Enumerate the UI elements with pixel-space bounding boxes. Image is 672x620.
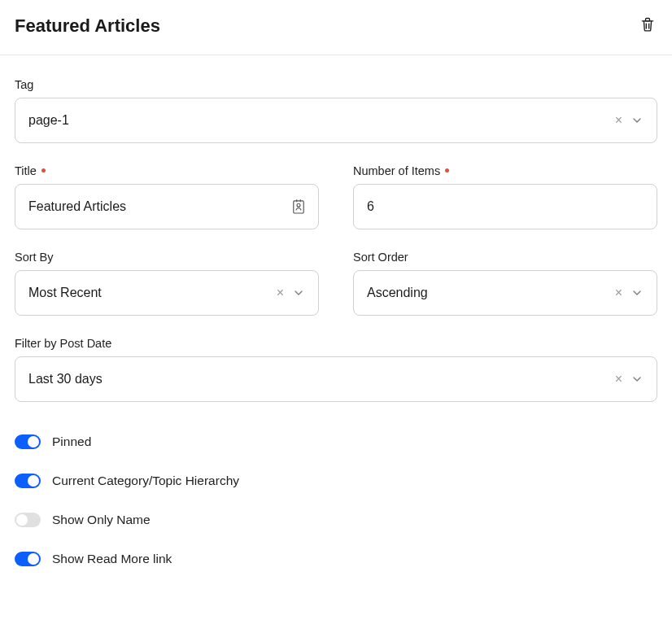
toggle-group: Pinned Current Category/Topic Hierarchy … [15, 428, 657, 566]
contact-card-icon[interactable] [292, 199, 305, 215]
field-label-tag: Tag [15, 78, 657, 91]
svg-point-1 [297, 203, 300, 207]
field-label-sort-by: Sort By [15, 251, 319, 264]
number-of-items-input[interactable] [367, 199, 644, 214]
show-only-name-toggle-label: Show Only Name [52, 513, 151, 527]
field-number-of-items: Number of Items [353, 164, 657, 229]
sort-order-select[interactable]: Ascending × [353, 270, 657, 316]
select-actions: × [615, 114, 644, 127]
select-actions: × [615, 373, 644, 386]
toggle-row-read-more: Show Read More link [15, 552, 657, 566]
select-actions: × [277, 286, 305, 299]
toggle-knob [28, 475, 39, 487]
clear-icon[interactable]: × [277, 286, 284, 299]
toggle-row-hierarchy: Current Category/Topic Hierarchy [15, 474, 657, 488]
filter-by-post-date-select-value: Last 30 days [28, 372, 615, 386]
chevron-down-icon[interactable] [631, 114, 644, 127]
tag-select[interactable]: page-1 × [15, 98, 657, 143]
show-only-name-toggle[interactable] [15, 513, 41, 527]
title-input[interactable] [28, 199, 292, 214]
toggle-row-pinned: Pinned [15, 434, 657, 449]
panel-header: Featured Articles [0, 0, 672, 55]
title-input-wrapper [15, 184, 319, 229]
field-sort-order: Sort Order Ascending × [353, 251, 657, 316]
field-label-sort-order: Sort Order [353, 251, 657, 264]
read-more-toggle-label: Show Read More link [52, 552, 172, 566]
field-sort-by: Sort By Most Recent × [15, 251, 319, 316]
sort-by-select-value: Most Recent [28, 286, 277, 300]
field-title: Title [15, 164, 319, 229]
chevron-down-icon[interactable] [631, 373, 644, 386]
tag-select-value: page-1 [28, 113, 615, 128]
toggle-knob [28, 553, 39, 565]
chevron-down-icon[interactable] [292, 286, 305, 299]
toggle-row-show-only-name: Show Only Name [15, 513, 657, 527]
clear-icon[interactable]: × [615, 373, 622, 386]
delete-button[interactable] [638, 15, 657, 37]
form-body: Tag page-1 × Title [0, 55, 672, 566]
field-tag: Tag page-1 × [15, 78, 657, 143]
field-label-title: Title [15, 164, 319, 177]
clear-icon[interactable]: × [615, 114, 622, 127]
field-filter-by-post-date: Filter by Post Date Last 30 days × [15, 337, 657, 402]
required-indicator [445, 168, 449, 172]
hierarchy-toggle[interactable] [15, 474, 41, 488]
required-indicator [41, 168, 46, 172]
toggle-knob [16, 514, 28, 526]
trash-icon [639, 16, 656, 35]
field-label-number-of-items: Number of Items [353, 164, 657, 177]
select-actions: × [615, 286, 644, 299]
pinned-toggle[interactable] [15, 434, 41, 449]
hierarchy-toggle-label: Current Category/Topic Hierarchy [52, 474, 239, 488]
sort-order-select-value: Ascending [367, 286, 615, 300]
clear-icon[interactable]: × [615, 286, 622, 299]
page-title: Featured Articles [15, 15, 160, 37]
field-label-filter-by-post-date: Filter by Post Date [15, 337, 657, 350]
read-more-toggle[interactable] [15, 552, 41, 566]
sort-by-select[interactable]: Most Recent × [15, 270, 319, 316]
chevron-down-icon[interactable] [631, 286, 644, 299]
filter-by-post-date-select[interactable]: Last 30 days × [15, 356, 657, 402]
pinned-toggle-label: Pinned [52, 434, 91, 449]
number-of-items-input-wrapper [353, 184, 657, 229]
toggle-knob [28, 436, 39, 448]
